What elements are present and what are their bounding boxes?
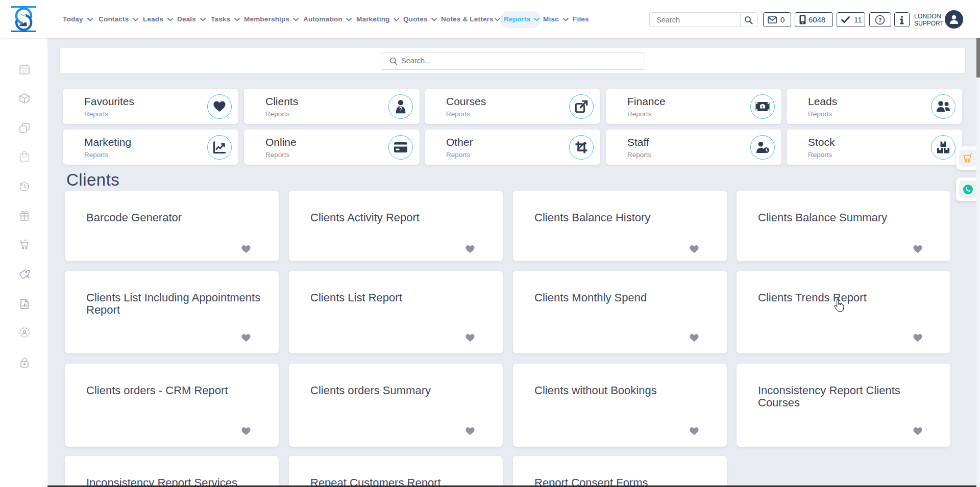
- svg-text:1: 1: [761, 104, 764, 109]
- svg-text:12: 12: [22, 69, 27, 73]
- svg-text:?: ?: [878, 17, 882, 23]
